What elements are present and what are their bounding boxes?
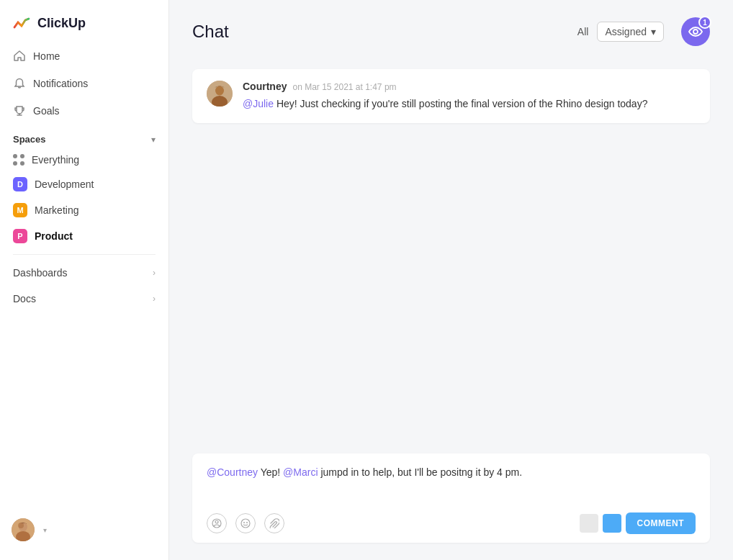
sidebar-item-home[interactable]: Home <box>6 43 163 69</box>
svg-point-4 <box>693 30 698 34</box>
main-content: Chat All Assigned ▾ 1 <box>169 0 733 560</box>
spaces-header[interactable]: Spaces ▾ <box>6 125 163 149</box>
chat-area: Courtney on Mar 15 2021 at 1:47 pm @Juli… <box>169 58 733 453</box>
reply-mention-2: @Marci <box>283 466 318 478</box>
avatar-image <box>12 518 35 541</box>
svg-point-10 <box>241 519 250 528</box>
filter-all-button[interactable]: All <box>577 26 589 37</box>
sidebar-item-marketing-label: Marketing <box>35 204 78 216</box>
user-chevron-icon: ▾ <box>43 526 47 534</box>
comment-button[interactable]: COMMENT <box>626 512 696 534</box>
sidebar-item-everything[interactable]: Everything <box>6 149 163 171</box>
sidebar-item-goals[interactable]: Goals <box>6 98 163 124</box>
message-header: Courtney on Mar 15 2021 at 1:47 pm <box>243 81 696 92</box>
sidebar-item-notifications[interactable]: Notifications <box>6 71 163 96</box>
watch-badge: 1 <box>698 16 711 29</box>
sidebar-item-docs[interactable]: Docs › <box>6 286 163 311</box>
clickup-logo-icon <box>12 13 32 33</box>
divider <box>13 254 156 255</box>
docs-chevron-icon: › <box>153 294 156 304</box>
message-timestamp: on Mar 15 2021 at 1:47 pm <box>292 82 396 92</box>
reply-text-1: Yep! <box>258 466 283 478</box>
message-text: @Julie Hey! Just checking if you're stil… <box>243 96 696 112</box>
sidebar: ClickUp Home Notifications <box>0 0 169 560</box>
svg-point-3 <box>18 523 24 528</box>
watch-button[interactable]: 1 <box>681 17 710 46</box>
reply-text-2: jumpd in to help, but I'll be positng it… <box>318 466 523 478</box>
user-profile[interactable]: ▾ <box>0 511 168 548</box>
reply-box: @Courtney Yep! @Marci jumpd in to help, … <box>192 453 710 543</box>
sidebar-item-notifications-label: Notifications <box>33 78 88 89</box>
filter-assigned-label: Assigned <box>605 26 647 37</box>
reply-text-area[interactable]: @Courtney Yep! @Marci jumpd in to help, … <box>207 465 696 501</box>
trophy-icon <box>13 104 26 117</box>
chat-message: Courtney on Mar 15 2021 at 1:47 pm @Juli… <box>192 69 710 123</box>
reply-toolbar: COMMENT <box>207 512 696 534</box>
marketing-badge: M <box>13 203 27 217</box>
everything-dots-icon <box>13 154 24 166</box>
message-avatar <box>207 81 233 107</box>
filter-assigned-dropdown[interactable]: Assigned ▾ <box>597 22 664 42</box>
sidebar-item-home-label: Home <box>33 50 60 62</box>
message-content: Courtney on Mar 15 2021 at 1:47 pm @Juli… <box>243 81 696 112</box>
mention-tool-button[interactable] <box>207 513 227 533</box>
sidebar-item-dashboards[interactable]: Dashboards › <box>6 261 163 285</box>
sidebar-item-development-label: Development <box>35 179 94 190</box>
sidebar-item-marketing[interactable]: M Marketing <box>6 198 163 222</box>
spaces-chevron-icon: ▾ <box>151 135 156 145</box>
sidebar-item-goals-label: Goals <box>33 105 60 117</box>
message-body: Hey! Just checking if you're still posti… <box>274 98 647 109</box>
eye-icon <box>688 27 703 37</box>
filter-group: All Assigned ▾ <box>577 22 664 42</box>
sidebar-item-dashboards-label: Dashboards <box>13 267 68 279</box>
svg-point-6 <box>215 86 224 96</box>
sidebar-item-docs-label: Docs <box>13 293 36 304</box>
avatar <box>12 518 35 541</box>
format-button-2[interactable] <box>603 514 621 533</box>
main-nav: Home Notifications Goals <box>0 43 168 511</box>
sidebar-item-everything-label: Everything <box>32 154 79 166</box>
logo-text: ClickUp <box>37 16 86 31</box>
format-button-1[interactable] <box>580 514 598 533</box>
sidebar-item-product[interactable]: P Product <box>6 224 163 248</box>
home-icon <box>13 50 26 63</box>
chat-title: Chat <box>192 22 560 42</box>
reply-tools <box>207 513 284 533</box>
bell-icon <box>13 77 26 90</box>
svg-point-12 <box>246 522 248 523</box>
svg-point-9 <box>215 520 218 523</box>
reply-mention-1: @Courtney <box>207 466 258 478</box>
spaces-title: Spaces <box>13 134 46 145</box>
attachment-tool-button[interactable] <box>264 513 284 533</box>
message-mention: @Julie <box>243 98 274 109</box>
product-badge: P <box>13 229 27 243</box>
chat-header: Chat All Assigned ▾ 1 <box>169 0 733 58</box>
svg-point-11 <box>243 522 245 523</box>
sidebar-item-product-label: Product <box>35 230 73 242</box>
development-badge: D <box>13 177 27 191</box>
sidebar-item-development[interactable]: D Development <box>6 172 163 197</box>
logo[interactable]: ClickUp <box>0 0 168 43</box>
emoji-tool-button[interactable] <box>235 513 256 533</box>
reply-actions: COMMENT <box>580 512 696 534</box>
filter-assigned-chevron-icon: ▾ <box>651 26 656 37</box>
dashboards-chevron-icon: › <box>153 268 156 278</box>
message-author: Courtney <box>243 81 287 92</box>
